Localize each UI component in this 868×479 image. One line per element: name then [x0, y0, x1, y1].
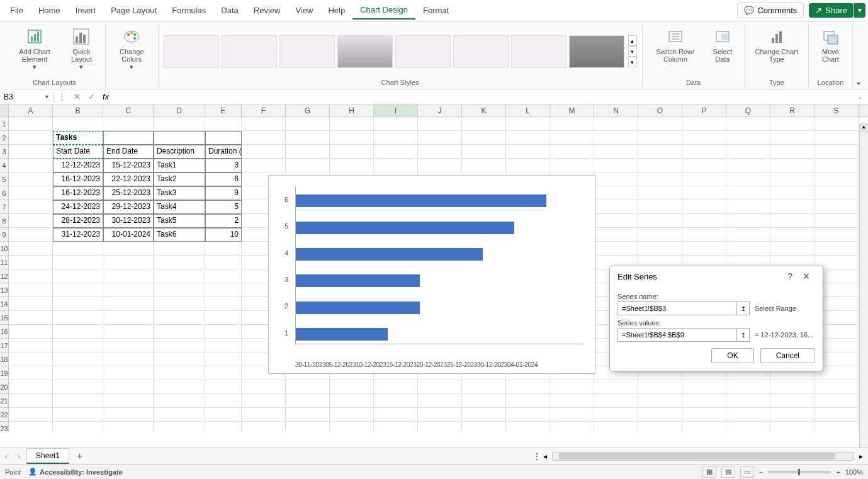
cell[interactable] [205, 366, 242, 380]
quick-layout-button[interactable]: Quick Layout ▾ [63, 25, 100, 72]
cell[interactable] [506, 394, 550, 408]
series-values-collapse-icon[interactable]: ↥ [736, 329, 749, 341]
cell[interactable] [154, 269, 205, 283]
tab-home[interactable]: Home [31, 2, 68, 19]
col-header-C[interactable]: C [103, 104, 154, 116]
cell[interactable] [154, 117, 205, 131]
cell[interactable] [330, 159, 374, 172]
cell[interactable] [726, 145, 770, 159]
cell[interactable]: 6 [205, 172, 242, 186]
cell[interactable] [550, 117, 594, 131]
cell[interactable] [53, 380, 103, 394]
col-header-S[interactable]: S [814, 104, 859, 116]
cell[interactable] [330, 131, 374, 145]
cell[interactable] [462, 131, 506, 145]
chart-bar-4[interactable] [296, 248, 483, 261]
cell[interactable] [242, 117, 286, 131]
cell[interactable] [53, 269, 103, 283]
cell[interactable] [594, 422, 638, 432]
col-header-B[interactable]: B [53, 104, 103, 116]
row-header-9[interactable]: 9 [0, 228, 9, 242]
cell[interactable] [9, 159, 53, 172]
cell[interactable] [418, 131, 462, 145]
cell[interactable] [770, 228, 814, 242]
cell[interactable] [594, 380, 638, 394]
vertical-scrollbar[interactable]: ▴ [859, 123, 868, 448]
row-header-12[interactable]: 12 [0, 269, 9, 283]
col-header-Q[interactable]: Q [726, 104, 770, 116]
share-button[interactable]: ↗ Share [809, 3, 854, 18]
cell[interactable]: Task1 [154, 159, 205, 172]
cell[interactable] [418, 159, 462, 172]
cell[interactable] [638, 380, 682, 394]
cell[interactable] [103, 422, 154, 432]
chart-bar-5[interactable] [296, 222, 514, 234]
tab-page-layout[interactable]: Page Layout [103, 2, 164, 19]
name-box-input[interactable] [4, 93, 42, 101]
cell[interactable] [594, 131, 638, 145]
row-header-10[interactable]: 10 [0, 242, 9, 256]
col-header-F[interactable]: F [242, 104, 286, 116]
cell[interactable] [374, 394, 418, 408]
chart-style-4[interactable] [337, 35, 393, 68]
cell[interactable] [242, 408, 286, 422]
chart-style-6[interactable] [453, 35, 509, 68]
cell[interactable] [506, 131, 550, 145]
cell[interactable] [205, 311, 242, 325]
cell[interactable] [286, 380, 330, 394]
col-header-I[interactable]: I [374, 104, 418, 116]
cell[interactable] [814, 242, 859, 256]
cell[interactable]: 29-12-2023 [103, 200, 154, 214]
cell[interactable] [814, 214, 859, 228]
ribbon-collapse-button[interactable]: ⌄ [853, 75, 864, 89]
cell[interactable] [638, 228, 682, 242]
cell[interactable] [682, 117, 726, 131]
cell[interactable] [330, 380, 374, 394]
chart-style-7[interactable] [511, 35, 566, 68]
row-header-3[interactable]: 3 [0, 145, 9, 159]
cell[interactable] [462, 159, 506, 172]
sheet-next-icon[interactable]: › [13, 452, 25, 461]
cell[interactable] [726, 228, 770, 242]
cell[interactable] [726, 186, 770, 200]
chart-bar-2[interactable] [296, 301, 420, 314]
change-colors-button[interactable]: Change Colors ▾ [111, 25, 153, 72]
cell[interactable] [9, 311, 53, 325]
cell[interactable] [9, 380, 53, 394]
cell[interactable] [330, 394, 374, 408]
cell[interactable] [462, 117, 506, 131]
row-header-4[interactable]: 4 [0, 159, 9, 172]
formula-input[interactable] [113, 91, 853, 103]
cell[interactable] [682, 172, 726, 186]
cell[interactable] [594, 394, 638, 408]
cell[interactable]: 16-12-2023 [53, 172, 103, 186]
dialog-cancel-button[interactable]: Cancel [760, 348, 815, 363]
cell[interactable] [506, 422, 550, 432]
row-header-1[interactable]: 1 [0, 117, 9, 131]
style-scroll-down[interactable]: ▾ [628, 46, 637, 57]
cell[interactable] [814, 380, 859, 394]
cell[interactable] [506, 145, 550, 159]
cell[interactable] [550, 159, 594, 172]
cell[interactable]: Start Date [53, 145, 103, 159]
cell[interactable] [154, 352, 205, 366]
name-box-dropdown[interactable]: ▼ [44, 94, 50, 100]
cell[interactable] [9, 325, 53, 339]
cell[interactable] [770, 186, 814, 200]
dialog-ok-button[interactable]: OK [711, 348, 753, 363]
cell[interactable] [9, 256, 53, 269]
cell[interactable] [726, 408, 770, 422]
row-header-2[interactable]: 2 [0, 131, 9, 145]
cell[interactable] [594, 186, 638, 200]
cell[interactable] [205, 131, 242, 145]
cell[interactable] [726, 200, 770, 214]
cell[interactable] [638, 131, 682, 145]
cell[interactable] [154, 242, 205, 256]
row-header-19[interactable]: 19 [0, 366, 9, 380]
cell[interactable] [205, 422, 242, 432]
cell[interactable] [103, 339, 154, 352]
cell[interactable] [682, 380, 726, 394]
cell[interactable] [205, 297, 242, 311]
cell[interactable] [53, 352, 103, 366]
col-header-R[interactable]: R [770, 104, 814, 116]
